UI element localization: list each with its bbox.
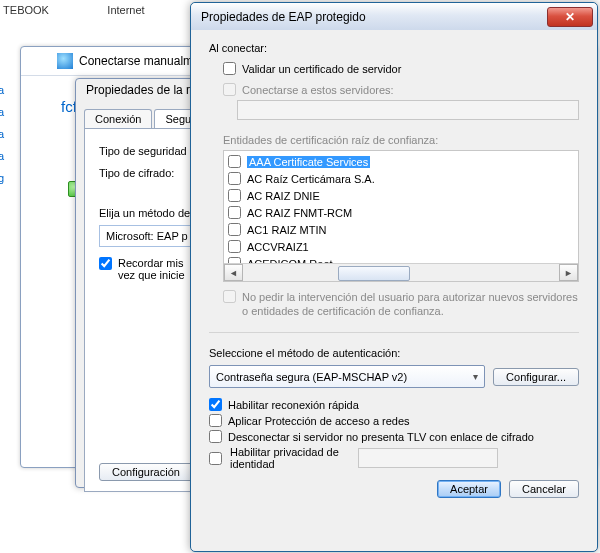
identity-privacy-checkbox[interactable] [209, 452, 222, 465]
ca-item[interactable]: AC1 RAIZ MTIN [228, 221, 574, 238]
ca-item-checkbox[interactable] [228, 223, 241, 236]
tab-connection[interactable]: Conexión [84, 109, 152, 128]
validate-cert-label: Validar un certificado de servidor [242, 63, 401, 75]
nap-label: Aplicar Protección de acceso a redes [228, 415, 410, 427]
ca-item-checkbox[interactable] [228, 189, 241, 202]
ca-item-checkbox[interactable] [228, 240, 241, 253]
desktop-icon-label: TEBOOK [0, 4, 52, 16]
configure-button[interactable]: Configurar... [493, 368, 579, 386]
eap-titlebar[interactable]: Propiedades de EAP protegido ✕ [191, 3, 597, 30]
ca-item-checkbox[interactable] [228, 172, 241, 185]
auth-method-combo[interactable]: Contraseña segura (EAP-MSCHAP v2) [209, 365, 485, 388]
ca-h-scrollbar[interactable]: ◄ ► [224, 263, 578, 281]
remember-checkbox[interactable] [99, 257, 112, 270]
ca-item[interactable]: AAA Certificate Services [228, 153, 574, 170]
validate-cert-checkbox[interactable] [223, 62, 236, 75]
ca-item[interactable]: ACCVRAIZ1 [228, 238, 574, 255]
no-prompt-checkbox [223, 290, 236, 303]
close-icon: ✕ [565, 10, 575, 24]
auth-method-label: Seleccione el método de autenticación: [209, 347, 579, 359]
connect-servers-checkbox [223, 83, 236, 96]
eap-title-text: Propiedades de EAP protegido [201, 10, 366, 24]
ca-item[interactable]: ACEDICOM Root [228, 255, 574, 263]
tlv-label: Desconectar si servidor no presenta TLV … [228, 431, 534, 443]
servers-input [237, 100, 579, 120]
advanced-config-button[interactable]: Configuración [99, 463, 193, 481]
scroll-thumb[interactable] [338, 266, 410, 281]
ca-item[interactable]: AC Raíz Certicámara S.A. [228, 170, 574, 187]
ca-item[interactable]: AC RAIZ DNIE [228, 187, 574, 204]
network-icon [57, 53, 73, 69]
ca-list-label: Entidades de certificación raíz de confi… [223, 134, 579, 146]
fast-reconnect-label: Habilitar reconexión rápida [228, 399, 359, 411]
cancel-button[interactable]: Cancelar [509, 480, 579, 498]
tlv-checkbox[interactable] [209, 430, 222, 443]
ca-item-checkbox[interactable] [228, 206, 241, 219]
no-prompt-label: No pedir la intervención del usuario par… [242, 290, 579, 318]
desktop-icon-label: Internet [96, 4, 156, 16]
fast-reconnect-checkbox[interactable] [209, 398, 222, 411]
side-links: aaaag [0, 84, 20, 194]
connect-servers-label: Conectarse a estos servidores: [242, 84, 394, 96]
ca-listbox[interactable]: AAA Certificate Services AC Raíz Certicá… [223, 150, 579, 282]
scroll-left-icon[interactable]: ◄ [224, 264, 243, 281]
ok-button[interactable]: Aceptar [437, 480, 501, 498]
ca-item-checkbox[interactable] [228, 155, 241, 168]
eap-dialog: Propiedades de EAP protegido ✕ Al conect… [190, 2, 598, 552]
remember-label: Recordar mis vez que inicie [118, 257, 185, 281]
identity-privacy-input [358, 448, 498, 468]
scroll-right-icon[interactable]: ► [559, 264, 578, 281]
close-button[interactable]: ✕ [547, 7, 593, 27]
ca-item[interactable]: AC RAIZ FNMT-RCM [228, 204, 574, 221]
identity-privacy-label: Habilitar privacidad de identidad [230, 446, 350, 470]
on-connect-label: Al conectar: [209, 42, 579, 54]
separator [209, 332, 579, 333]
nap-checkbox[interactable] [209, 414, 222, 427]
